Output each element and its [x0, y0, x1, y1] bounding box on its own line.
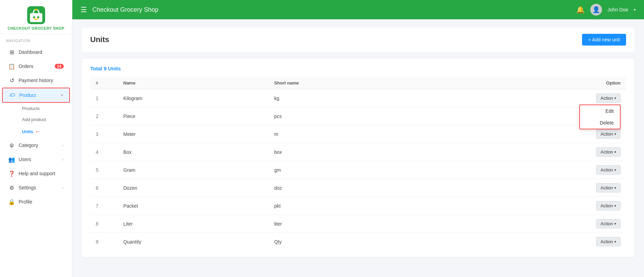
cell-name: Piece: [118, 107, 269, 125]
table-row: 8LiterliterAction ▾: [90, 215, 626, 233]
bell-icon[interactable]: 🔔: [576, 6, 585, 14]
sidebar-item-dashboard[interactable]: ⊞ Dashboard: [2, 45, 70, 59]
orders-icon: 📋: [8, 63, 15, 70]
cell-short-name: liter: [269, 215, 448, 233]
cell-name: Meter: [118, 125, 269, 143]
sidebar-item-add-product[interactable]: Add product: [19, 114, 70, 125]
cell-name: Liter: [118, 215, 269, 233]
cell-name: Packet: [118, 197, 269, 215]
action-button[interactable]: Action ▾: [596, 147, 621, 157]
sidebar-item-category[interactable]: ψ Category ›: [2, 138, 70, 152]
cell-option: Action ▾: [448, 197, 626, 215]
cell-option: Action ▾: [448, 161, 626, 179]
cell-short-name: box: [269, 143, 448, 161]
sub-item-label: Products: [22, 106, 40, 111]
sidebar-item-orders[interactable]: 📋 Orders 14: [2, 59, 70, 73]
caret-icon: ▾: [614, 96, 616, 100]
col-num: #: [90, 77, 118, 89]
avatar: 👤: [590, 4, 602, 16]
add-new-unit-button[interactable]: + Add new unit: [582, 34, 626, 46]
action-button[interactable]: Action ▾: [596, 219, 621, 228]
users-icon: 👥: [8, 156, 15, 163]
sidebar-item-help[interactable]: ❓ Help and support: [2, 167, 70, 180]
user-dropdown-arrow[interactable]: ▾: [634, 8, 636, 12]
cell-short-name: pcs: [269, 107, 448, 125]
action-button[interactable]: Action ▾: [596, 183, 621, 192]
sidebar-item-profile[interactable]: 🔒 Profile: [2, 195, 70, 209]
action-dropdown-menu: EditDelete: [579, 105, 621, 129]
table-row: 4BoxboxAction ▾: [90, 143, 626, 161]
col-short-name: Short name: [269, 77, 448, 89]
caret-icon: ▾: [614, 132, 616, 136]
caret-icon: ▾: [614, 240, 616, 244]
cell-short-name: m: [269, 125, 448, 143]
action-dropdown-wrapper: Action ▾: [596, 165, 621, 175]
table-row: 2PiecepcsAction ▾: [90, 107, 626, 125]
cell-name: Kilogram: [118, 89, 269, 107]
action-dropdown-wrapper: Action ▾: [596, 129, 621, 139]
sidebar-item-label: Orders: [19, 63, 53, 69]
cell-option: Action ▾: [448, 143, 626, 161]
sidebar-item-label: Product: [19, 92, 61, 98]
product-icon: 🏷: [9, 92, 16, 99]
cell-option: Action ▾: [448, 233, 626, 251]
caret-icon: ▾: [614, 150, 616, 154]
action-button[interactable]: Action ▾: [596, 237, 621, 246]
action-button[interactable]: Action ▾: [596, 201, 621, 210]
sidebar-brand-text: CHECKOUT GROCERY SHOP: [8, 26, 64, 30]
profile-icon: 🔒: [8, 198, 15, 205]
action-dropdown-wrapper: Action ▾: [596, 147, 621, 157]
settings-icon: ⚙: [8, 184, 15, 191]
sidebar-item-product[interactable]: 🏷 Product ▾: [2, 88, 70, 103]
help-icon: ❓: [8, 170, 15, 177]
cell-short-name: Qty: [269, 233, 448, 251]
sidebar-item-payment[interactable]: ↺ Payment history: [2, 73, 70, 87]
category-icon: ψ: [8, 142, 15, 149]
cell-num: 4: [90, 143, 118, 161]
topbar-title: Checkout Grocery Shop: [92, 6, 576, 13]
svg-rect-1: [30, 13, 42, 22]
cell-name: Gram: [118, 161, 269, 179]
action-button[interactable]: Action ▾: [596, 165, 621, 175]
chevron-down-icon: ▾: [61, 93, 63, 98]
dashboard-icon: ⊞: [8, 49, 15, 56]
table-row: 9QuantityQtyAction ▾: [90, 233, 626, 251]
sidebar-item-label: Settings: [19, 185, 62, 190]
cell-num: 8: [90, 215, 118, 233]
sidebar-item-settings[interactable]: ⚙ Settings ›: [2, 181, 70, 195]
content-area: Units + Add new unit Total 9 Units # Nam…: [72, 19, 644, 277]
chevron-right-icon: ›: [62, 157, 64, 161]
action-button[interactable]: Action ▾: [596, 93, 621, 103]
caret-icon: ▾: [614, 186, 616, 190]
menu-icon[interactable]: ☰: [81, 6, 87, 14]
sub-item-label: Add product: [22, 117, 46, 122]
cell-short-name: gm: [269, 161, 448, 179]
sidebar-item-users[interactable]: 👥 Users ›: [2, 152, 70, 166]
user-name: John Doe: [607, 7, 628, 12]
units-table: # Name Short name Option 1KilogramkgActi…: [90, 77, 626, 250]
edit-action[interactable]: Edit: [580, 105, 620, 117]
caret-icon: ▾: [614, 168, 616, 172]
table-row: 6DozendozAction ▾: [90, 179, 626, 197]
sidebar-item-label: Dashboard: [19, 49, 64, 55]
svg-rect-4: [35, 9, 38, 10]
cell-short-name: doz: [269, 179, 448, 197]
cell-num: 9: [90, 233, 118, 251]
delete-action[interactable]: Delete: [580, 117, 620, 129]
cell-num: 3: [90, 125, 118, 143]
col-name: Name: [118, 77, 269, 89]
col-option: Option: [448, 77, 626, 89]
sidebar-item-label: Payment history: [19, 78, 64, 83]
caret-icon: ▾: [614, 222, 616, 226]
topbar: ☰ Checkout Grocery Shop 🔔 👤 John Doe ▾: [72, 0, 644, 19]
cell-num: 7: [90, 197, 118, 215]
sidebar-item-units[interactable]: Units ←: [19, 125, 70, 138]
chevron-right-icon: ›: [62, 186, 64, 190]
action-dropdown-wrapper: Action ▾EditDelete: [596, 93, 621, 103]
action-button[interactable]: Action ▾: [596, 129, 621, 139]
nav-label: NAVIGATION: [0, 34, 72, 45]
sidebar-logo: CHECKOUT GROCERY SHOP: [0, 0, 72, 34]
table-row: 7PacketpktAction ▾: [90, 197, 626, 215]
sidebar-item-products[interactable]: Products: [19, 103, 70, 114]
cell-option: Action ▾EditDelete: [448, 89, 626, 107]
